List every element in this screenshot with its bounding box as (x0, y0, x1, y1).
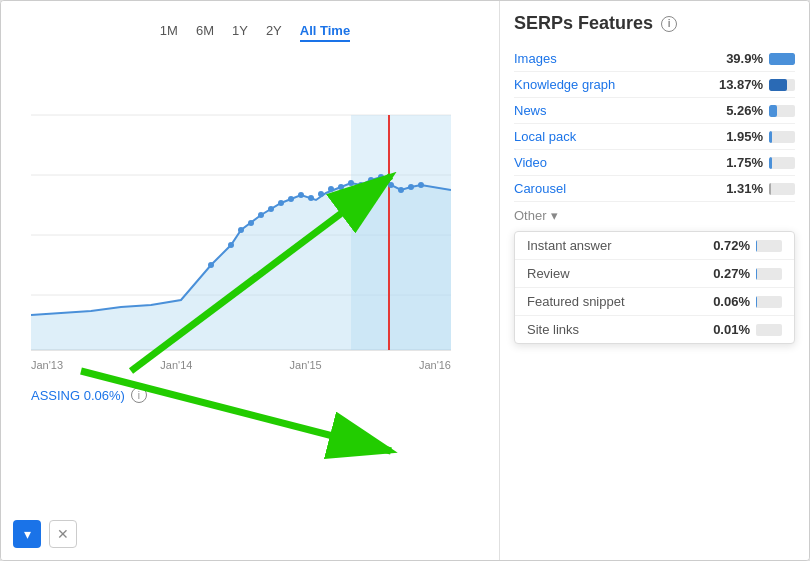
time-tabs: 1M 6M 1Y 2Y All Time (11, 11, 499, 50)
dropdown-bar-instant-answer (756, 240, 782, 252)
serps-label-images[interactable]: Images (514, 51, 705, 66)
passing-label: ASSING 0.06%) i (31, 387, 499, 403)
tab-1m[interactable]: 1M (160, 23, 178, 42)
passing-info-icon[interactable]: i (131, 387, 147, 403)
serps-row-knowledge-graph: Knowledge graph 13.87% (514, 72, 795, 98)
other-chevron-icon: ▾ (551, 208, 558, 223)
svg-point-10 (248, 220, 254, 226)
svg-point-12 (268, 206, 274, 212)
dropdown-pct-review: 0.27% (708, 266, 750, 281)
tab-all-time[interactable]: All Time (300, 23, 350, 42)
serps-row-video: Video 1.75% (514, 150, 795, 176)
other-label: Other (514, 208, 547, 223)
dropdown-row-featured-snippet: Featured snippet 0.06% (515, 288, 794, 316)
dropdown-bar-review (756, 268, 782, 280)
svg-point-7 (208, 262, 214, 268)
svg-point-15 (298, 192, 304, 198)
serps-title: SERPs Features i (514, 13, 795, 34)
serps-pct-video: 1.75% (711, 155, 763, 170)
serps-bar-fill-knowledge-graph (769, 79, 787, 91)
svg-line-31 (81, 371, 391, 451)
svg-point-19 (338, 184, 344, 190)
serps-bar-knowledge-graph (769, 79, 795, 91)
tab-6m[interactable]: 6M (196, 23, 214, 42)
dropdown-label-instant-answer: Instant answer (527, 238, 702, 253)
svg-point-14 (288, 196, 294, 202)
serps-bar-fill-local-pack (769, 131, 772, 143)
dropdown-bar-featured-snippet (756, 296, 782, 308)
serps-row-local-pack: Local pack 1.95% (514, 124, 795, 150)
dropdown-label-site-links: Site links (527, 322, 702, 337)
serps-title-text: SERPs Features (514, 13, 653, 34)
svg-point-25 (398, 187, 404, 193)
serps-label-knowledge-graph[interactable]: Knowledge graph (514, 77, 705, 92)
svg-point-23 (378, 174, 384, 180)
svg-point-13 (278, 200, 284, 206)
dropdown-bar-fill-review (756, 268, 757, 280)
dropdown-bar-site-links (756, 324, 782, 336)
dropdown-label-review: Review (527, 266, 702, 281)
serps-info-icon[interactable]: i (661, 16, 677, 32)
svg-rect-5 (351, 115, 451, 350)
dropdown-pct-instant-answer: 0.72% (708, 238, 750, 253)
serps-bar-local-pack (769, 131, 795, 143)
svg-point-26 (408, 184, 414, 190)
serps-row-news: News 5.26% (514, 98, 795, 124)
dropdown-row-instant-answer: Instant answer 0.72% (515, 232, 794, 260)
svg-point-16 (308, 195, 314, 201)
svg-point-27 (418, 182, 424, 188)
serps-pct-knowledge-graph: 13.87% (711, 77, 763, 92)
dropdown-bar-fill-instant-answer (756, 240, 757, 252)
serps-bar-carousel (769, 183, 795, 195)
label-jan16: Jan'16 (419, 359, 451, 371)
label-jan15: Jan'15 (290, 359, 322, 371)
serps-bar-fill-video (769, 157, 772, 169)
svg-point-24 (388, 182, 394, 188)
dropdown-label-featured-snippet: Featured snippet (527, 294, 702, 309)
bottom-buttons: ▾ ✕ (13, 520, 77, 548)
svg-point-18 (328, 186, 334, 192)
dropdown-row-review: Review 0.27% (515, 260, 794, 288)
label-jan13: Jan'13 (31, 359, 63, 371)
serps-label-local-pack[interactable]: Local pack (514, 129, 705, 144)
serps-panel: SERPs Features i Images 39.9% Knowledge … (499, 1, 809, 560)
serps-bar-fill-carousel (769, 183, 771, 195)
serps-label-news[interactable]: News (514, 103, 705, 118)
svg-point-9 (238, 227, 244, 233)
content-area: 1M 6M 1Y 2Y All Time (1, 1, 809, 560)
svg-point-8 (228, 242, 234, 248)
main-window: 1M 6M 1Y 2Y All Time (0, 0, 810, 561)
close-button[interactable]: ✕ (49, 520, 77, 548)
tab-1y[interactable]: 1Y (232, 23, 248, 42)
chart-svg (31, 55, 451, 355)
svg-point-22 (368, 177, 374, 183)
serps-bar-news (769, 105, 795, 117)
svg-point-20 (348, 180, 354, 186)
serps-label-carousel[interactable]: Carousel (514, 181, 705, 196)
serps-pct-local-pack: 1.95% (711, 129, 763, 144)
serps-label-video[interactable]: Video (514, 155, 705, 170)
svg-point-21 (358, 182, 364, 188)
dropdown-pct-site-links: 0.01% (708, 322, 750, 337)
chevron-down-button[interactable]: ▾ (13, 520, 41, 548)
serps-bar-fill-images (769, 53, 795, 65)
serps-bar-video (769, 157, 795, 169)
serps-row-images: Images 39.9% (514, 46, 795, 72)
serps-bar-fill-news (769, 105, 777, 117)
serps-pct-news: 5.26% (711, 103, 763, 118)
other-dropdown: Instant answer 0.72% Review 0.27% (514, 231, 795, 344)
passing-text: ASSING 0.06%) (31, 388, 125, 403)
tab-2y[interactable]: 2Y (266, 23, 282, 42)
serps-pct-images: 39.9% (711, 51, 763, 66)
dropdown-row-site-links: Site links 0.01% (515, 316, 794, 343)
serps-bar-images (769, 53, 795, 65)
svg-point-11 (258, 212, 264, 218)
serps-pct-carousel: 1.31% (711, 181, 763, 196)
chart-x-labels: Jan'13 Jan'14 Jan'15 Jan'16 (31, 359, 451, 371)
dropdown-pct-featured-snippet: 0.06% (708, 294, 750, 309)
other-toggle-row[interactable]: Other ▾ (514, 202, 795, 229)
svg-point-17 (318, 191, 324, 197)
chart-panel: 1M 6M 1Y 2Y All Time (1, 1, 499, 560)
chart-container (31, 55, 451, 355)
label-jan14: Jan'14 (160, 359, 192, 371)
